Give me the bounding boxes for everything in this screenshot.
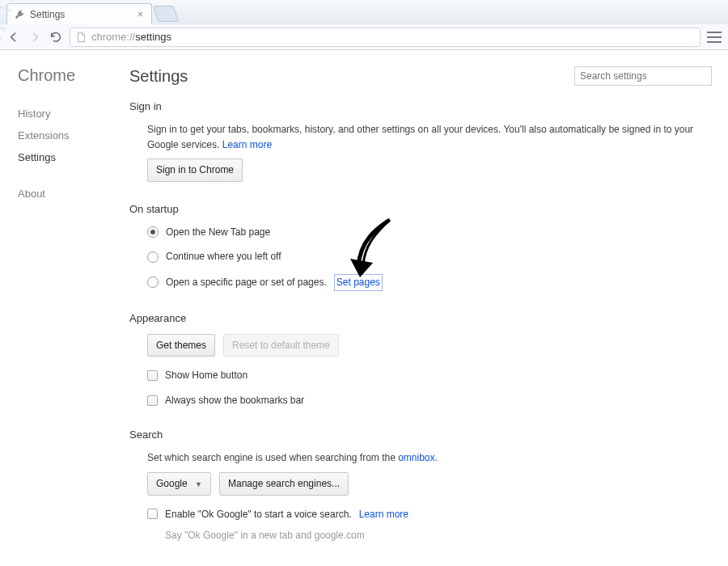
- address-bar[interactable]: chrome://settings: [70, 27, 700, 47]
- section-appearance: Appearance Get themes Reset to default t…: [129, 312, 712, 408]
- forward-icon: [28, 30, 42, 44]
- sidebar: Chrome History Extensions Settings About: [0, 50, 105, 566]
- chevron-down-icon: ▼: [195, 480, 202, 488]
- brand-title: Chrome: [18, 66, 105, 85]
- main-panel: Settings Sign in Sign in to get your tab…: [105, 50, 728, 566]
- ok-google-hint: Say "Ok Google" in a new tab and google.…: [165, 528, 712, 543]
- label-open-new-tab: Open the New Tab page: [166, 225, 270, 240]
- hamburger-icon[interactable]: [707, 32, 722, 43]
- close-icon[interactable]: ×: [136, 9, 145, 20]
- section-startup: On startup Open the New Tab page Continu…: [129, 203, 712, 291]
- label-continue: Continue where you left off: [166, 249, 281, 264]
- label-ok-google: Enable "Ok Google" to start a voice sear…: [165, 507, 352, 522]
- get-themes-button[interactable]: Get themes: [147, 334, 215, 357]
- sidebar-item-extensions[interactable]: Extensions: [18, 125, 105, 146]
- manage-search-engines-button[interactable]: Manage search engines...: [219, 472, 349, 496]
- section-search: Search Set which search engine is used w…: [129, 429, 712, 543]
- ok-google-learn-more-link[interactable]: Learn more: [359, 507, 408, 522]
- set-pages-link[interactable]: Set pages: [334, 274, 383, 291]
- browser-tab[interactable]: Settings ×: [6, 3, 152, 24]
- section-signin: Sign in Sign in to get your tabs, bookma…: [129, 100, 712, 182]
- section-title-signin: Sign in: [129, 100, 712, 112]
- radio-specific-pages[interactable]: [147, 277, 159, 288]
- page-title: Settings: [129, 67, 574, 86]
- tab-strip: Settings ×: [0, 0, 728, 24]
- content-area: Chrome History Extensions Settings About…: [0, 50, 728, 566]
- url-scheme: chrome://: [91, 31, 135, 43]
- tab-title: Settings: [30, 9, 136, 20]
- label-show-bookmarks: Always show the bookmarks bar: [165, 393, 304, 408]
- omnibox-link[interactable]: omnibox: [398, 452, 434, 463]
- search-desc-post: .: [435, 452, 438, 463]
- section-title-search: Search: [129, 429, 712, 441]
- search-engine-value: Google: [156, 478, 188, 489]
- reset-theme-button: Reset to default theme: [223, 334, 339, 357]
- signin-learn-more-link[interactable]: Learn more: [222, 139, 272, 150]
- new-tab-button[interactable]: [153, 6, 179, 22]
- label-specific-pages: Open a specific page or set of pages.: [166, 275, 327, 290]
- search-desc-pre: Set which search engine is used when sea…: [147, 452, 398, 463]
- back-icon[interactable]: [6, 30, 21, 44]
- section-title-startup: On startup: [129, 203, 712, 215]
- checkbox-show-home[interactable]: [147, 370, 158, 381]
- sign-in-button[interactable]: Sign in to Chrome: [147, 158, 243, 182]
- url-path: settings: [135, 31, 171, 43]
- toolbar: chrome://settings: [0, 24, 728, 50]
- search-engine-select[interactable]: Google ▼: [147, 472, 211, 496]
- section-title-appearance: Appearance: [129, 312, 712, 324]
- checkbox-show-bookmarks[interactable]: [147, 395, 158, 406]
- label-show-home: Show Home button: [165, 368, 248, 383]
- sidebar-item-history[interactable]: History: [18, 103, 105, 125]
- radio-open-new-tab[interactable]: [147, 226, 159, 238]
- sidebar-item-about[interactable]: About: [18, 183, 105, 205]
- reload-icon[interactable]: [49, 30, 63, 44]
- search-settings-input[interactable]: [574, 66, 712, 86]
- wrench-icon: [14, 9, 25, 20]
- page-icon: [75, 32, 87, 43]
- sidebar-item-settings[interactable]: Settings: [18, 146, 105, 168]
- checkbox-ok-google[interactable]: [147, 509, 158, 519]
- radio-continue[interactable]: [147, 251, 159, 263]
